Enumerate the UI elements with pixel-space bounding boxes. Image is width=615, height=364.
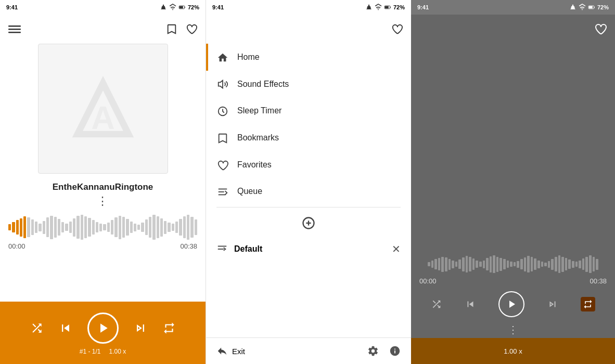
player-controls: #1 - 1/1 1.00 x — [0, 302, 206, 364]
menu-item-queue[interactable]: Queue — [206, 178, 411, 205]
add-playlist-button[interactable] — [206, 210, 411, 237]
shuffle-button[interactable] — [30, 321, 44, 335]
svg-rect-11 — [390, 7, 391, 8]
playlist-label: Default — [216, 243, 262, 255]
bg-repeat-btn — [581, 297, 595, 311]
menu-item-bookmarks[interactable]: Bookmarks — [206, 124, 411, 151]
notif-icon-bg — [569, 4, 576, 11]
drawer-bottom-icons — [367, 345, 401, 357]
battery-bg: 72% — [597, 4, 609, 10]
close-playlist-button[interactable]: ✕ — [392, 243, 401, 255]
sound-effects-icon — [216, 78, 229, 90]
svg-rect-6 — [8, 32, 21, 33]
waveform[interactable] — [8, 214, 197, 240]
menu-item-home[interactable]: Home — [206, 44, 411, 71]
gear-icon — [367, 345, 379, 357]
time-total: 00:38 — [180, 242, 197, 250]
playlist-icon — [216, 243, 228, 255]
next-button[interactable] — [133, 321, 148, 335]
menu-label-bookmarks: Bookmarks — [237, 133, 279, 142]
favorites-icon — [216, 159, 229, 171]
time-row: 00:00 00:38 — [0, 240, 206, 252]
bg-next-icon — [547, 298, 558, 310]
hamburger-button[interactable] — [8, 23, 21, 35]
exit-button[interactable]: Exit — [216, 345, 245, 357]
waveform-bars[interactable] — [8, 214, 197, 240]
bg-controls — [411, 287, 615, 321]
bg-play-btn — [498, 291, 524, 317]
notif-icon-2 — [365, 4, 373, 11]
battery-percent-1: 72% — [188, 4, 199, 10]
drawer-topbar — [206, 15, 411, 44]
wifi-icon-bg — [579, 4, 586, 11]
player-panel: 9:41 72% A EntheKannanuRingtone — [0, 0, 206, 364]
menu-label-sound-effects: Sound Effects — [237, 80, 289, 89]
drawer-panel: 9:41 72% Home Sound Effects Sleep Timer — [206, 0, 411, 364]
wifi-icon-2 — [375, 4, 382, 11]
status-bar-1: 9:41 72% — [0, 0, 206, 15]
menu-label-sleep-timer: Sleep Timer — [237, 106, 281, 115]
battery-icon-2 — [384, 4, 391, 11]
sleep-timer-icon — [216, 105, 229, 117]
time-current: 00:00 — [8, 242, 25, 250]
bg-more-dots: ⋮ — [411, 321, 615, 338]
menu-label-queue: Queue — [237, 187, 262, 196]
repeat-button[interactable] — [162, 321, 176, 335]
notification-icon — [160, 4, 167, 11]
menu-label-favorites: Favorites — [237, 160, 272, 170]
status-bar-bg: 9:41 72% — [411, 0, 615, 15]
home-icon — [216, 51, 229, 63]
menu-label-home: Home — [237, 53, 260, 62]
track-info-row: #1 - 1/1 1.00 x — [80, 348, 126, 355]
svg-rect-2 — [185, 7, 185, 8]
app-logo: A — [67, 72, 139, 145]
bookmark-button[interactable] — [166, 23, 177, 35]
status-time-1: 9:41 — [6, 4, 18, 10]
bg-time-total: 00:38 — [590, 277, 607, 285]
status-time-2: 9:41 — [212, 4, 224, 10]
default-playlist-name: Default — [234, 244, 262, 254]
svg-point-0 — [163, 5, 164, 6]
player-topbar — [0, 15, 206, 44]
prev-button[interactable] — [58, 321, 73, 335]
playlist-row: Default ✕ — [206, 237, 411, 262]
drawer-divider-1 — [216, 207, 401, 207]
bg-speed: 1.00 x — [504, 347, 522, 355]
svg-rect-25 — [589, 6, 593, 9]
favorite-button[interactable] — [186, 23, 197, 35]
exit-icon — [216, 345, 228, 357]
album-art: A — [38, 44, 168, 174]
menu-item-favorites[interactable]: Favorites — [206, 151, 411, 178]
menu-item-sleep-timer[interactable]: Sleep Timer — [206, 97, 411, 124]
status-time-bg: 9:41 — [417, 4, 429, 10]
svg-rect-4 — [8, 25, 21, 27]
drawer-bottom: Exit — [206, 337, 411, 364]
playback-speed: 1.00 x — [109, 348, 126, 355]
bg-player-panel: 9:41 72% 00:00 00:38 ⋮ — [411, 0, 615, 364]
bg-time-row: 00:00 00:38 — [411, 275, 615, 287]
settings-gear-button[interactable] — [367, 345, 379, 357]
more-options[interactable]: ⋮ — [0, 194, 206, 208]
bg-waveform — [419, 255, 607, 273]
bg-spacer — [411, 44, 615, 251]
queue-icon — [216, 186, 229, 198]
svg-rect-24 — [594, 7, 595, 8]
battery-icon — [178, 4, 186, 11]
play-button[interactable] — [87, 313, 119, 344]
bg-favorite-button[interactable] — [594, 23, 607, 35]
status-icons-1: 72% — [160, 4, 199, 11]
bg-bottom: 1.00 x — [411, 338, 615, 364]
bg-prev-icon — [465, 298, 476, 310]
bg-waveform-container — [411, 251, 615, 275]
exit-label: Exit — [232, 347, 245, 356]
bg-time-current: 00:00 — [419, 277, 437, 285]
bg-shuffle-icon — [431, 298, 442, 310]
info-button[interactable] — [389, 345, 401, 357]
controls-row — [30, 313, 176, 344]
svg-point-22 — [572, 5, 573, 6]
menu-item-sound-effects[interactable]: Sound Effects — [206, 71, 411, 98]
svg-rect-12 — [385, 6, 389, 9]
svg-rect-3 — [180, 6, 183, 9]
drawer-favorite-button[interactable] — [391, 23, 403, 35]
svg-text:A: A — [91, 99, 115, 136]
